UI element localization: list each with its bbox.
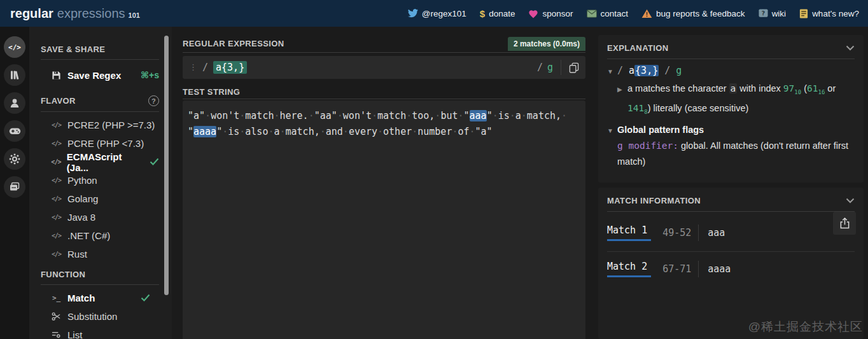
terminal-icon: >_: [51, 294, 62, 302]
dollar-icon: $: [480, 8, 485, 19]
divider: [183, 52, 585, 53]
close-delimiter: /: [537, 62, 543, 73]
code-icon: </>: [51, 158, 61, 165]
regex-pattern: a{3,}: [213, 61, 247, 74]
logo-part-101: 101: [129, 11, 140, 19]
collapse-arrow-icon[interactable]: ▼: [607, 123, 617, 139]
regex-flags[interactable]: g: [547, 62, 553, 73]
library-icon[interactable]: [4, 64, 25, 86]
function-item-match[interactable]: >_ Match: [51, 289, 159, 307]
site-logo[interactable]: regular expressions 101: [10, 6, 140, 21]
nav-link-label: donate: [489, 9, 515, 18]
logo-part-regular: regular: [10, 6, 53, 21]
code-icon: </>: [51, 121, 62, 128]
divider: [698, 261, 699, 277]
flavor-item-pcre2[interactable]: </> PCRE2 (PHP >=7.3): [51, 116, 159, 134]
explanation-char-row: ▶a matches the character a with index 97…: [607, 81, 855, 120]
regex-input[interactable]: ⋮ / a{3,} / g: [183, 56, 585, 79]
explanation-panel: EXPLANATION ▼/ a{3,} / g ▶a matches the …: [598, 35, 864, 183]
settings-icon[interactable]: [4, 148, 25, 170]
match-value: aaa: [708, 227, 725, 239]
heart-icon: [528, 9, 538, 18]
match-label: Match 2: [607, 261, 651, 277]
account-icon[interactable]: [4, 92, 25, 114]
svg-text:?: ?: [761, 9, 764, 16]
chevron-down-icon[interactable]: [846, 45, 855, 51]
function-item-substitution[interactable]: Substitution: [51, 307, 159, 326]
twitter-icon: [408, 9, 418, 18]
nav-link-contact[interactable]: contact: [587, 9, 629, 18]
nav-link-label: wiki: [772, 9, 787, 18]
match-row-2: Match 2 67-71 aaaa: [607, 252, 864, 285]
changelog-icon: [799, 9, 808, 18]
code-icon: </>: [51, 140, 62, 147]
divider: [41, 59, 159, 60]
divider: [41, 284, 159, 285]
nav-link-regex101-twitter[interactable]: @regex101: [408, 9, 466, 18]
sidebar-scrollbar[interactable]: [164, 36, 169, 295]
editor-column: REGULAR EXPRESSION 2 matches (0.0ms) ⋮ /…: [183, 27, 585, 339]
nav-link-donate[interactable]: $ donate: [480, 8, 515, 19]
collapse-arrow-icon[interactable]: ▼: [607, 68, 617, 75]
save-shortcut: ⌘+s: [141, 70, 159, 80]
icon-rail: </>: [0, 27, 29, 339]
test-string-editor[interactable]: "a"·won't·match·here.·"aa"·won't·match·t…: [183, 100, 585, 339]
export-matches-button[interactable]: [833, 212, 856, 235]
save-regex-button[interactable]: Save Regex ⌘+s: [51, 67, 159, 83]
match-row-1: Match 1 49-52 aaa: [607, 216, 864, 249]
code-icon: </>: [51, 195, 62, 202]
test-string-title: TEST STRING: [183, 87, 240, 97]
code-chip: a: [729, 83, 738, 93]
flavor-item-ecmascript[interactable]: </> ECMAScript (Ja...: [51, 153, 159, 171]
match-range: 67-71: [662, 263, 698, 275]
function-item-list[interactable]: List: [51, 326, 159, 339]
list-icon: [51, 331, 62, 339]
flavor-item-golang[interactable]: </> Golang: [51, 190, 159, 208]
watermark: @稀土掘金技术社区: [748, 319, 863, 335]
navbar-links: @regex101 $ donate sponsor contact bug r…: [408, 8, 859, 19]
warning-icon: [641, 9, 652, 18]
regex-section-header: REGULAR EXPRESSION 2 matches (0.0ms): [183, 35, 585, 52]
check-icon: [141, 293, 150, 303]
code-icon: </>: [51, 214, 62, 221]
match-highlight: aaaa: [193, 126, 216, 137]
wiki-chat-icon: ?: [759, 9, 768, 18]
nav-link-whats-new[interactable]: what's new?: [799, 9, 859, 18]
logo-part-expressions: expressions: [57, 6, 125, 21]
divider: [183, 99, 585, 99]
divider: [41, 111, 159, 112]
regex-editor-icon[interactable]: </>: [4, 36, 25, 58]
code-icon: </>: [51, 232, 62, 239]
flavor-item-rust[interactable]: </> Rust: [51, 245, 159, 263]
expand-arrow-icon[interactable]: ▶: [617, 81, 627, 97]
scissors-icon: [51, 312, 62, 321]
nav-link-sponsor[interactable]: sponsor: [528, 9, 573, 18]
save-icon: [51, 71, 62, 80]
match-information-title: MATCH INFORMATION: [607, 196, 701, 205]
match-label: Match 1: [607, 225, 651, 241]
explanation-title: EXPLANATION: [607, 43, 669, 53]
flavor-item-java8[interactable]: </> Java 8: [51, 208, 159, 226]
left-sidebar: SAVE & SHARE Save Regex ⌘+s FLAVOR ? </>…: [29, 27, 172, 339]
copy-icon[interactable]: [569, 62, 579, 73]
test-string-line: "aaaa"·is·also·a·match,·and·every·other·…: [188, 124, 580, 140]
g-modifier-description: g modifier: global. All matches (don't r…: [617, 138, 855, 170]
top-navbar: regular expressions 101 @regex101 $ dona…: [0, 0, 868, 27]
check-icon: [150, 156, 159, 167]
match-count-badge: 2 matches (0.0ms): [508, 37, 585, 51]
flavor-help-icon[interactable]: ?: [148, 95, 159, 106]
games-icon[interactable]: [4, 120, 25, 142]
save-share-title: SAVE & SHARE: [41, 45, 159, 54]
feedback-icon[interactable]: [4, 176, 25, 198]
nav-link-bug-reports[interactable]: bug reports & feedback: [641, 9, 745, 18]
flavor-item-pcre[interactable]: </> PCRE (PHP <7.3): [51, 134, 159, 153]
nav-link-label: @regex101: [422, 9, 466, 18]
nav-link-wiki[interactable]: ? wiki: [759, 9, 787, 18]
flavor-item-dotnet[interactable]: </> .NET (C#): [51, 226, 159, 245]
mail-icon: [587, 10, 597, 18]
chevron-down-icon[interactable]: [846, 198, 855, 204]
drag-handle-icon[interactable]: ⋮: [189, 64, 197, 71]
match-range: 49-52: [662, 227, 698, 239]
flavor-item-python[interactable]: </> Python: [51, 171, 159, 190]
open-delimiter: /: [202, 62, 208, 73]
